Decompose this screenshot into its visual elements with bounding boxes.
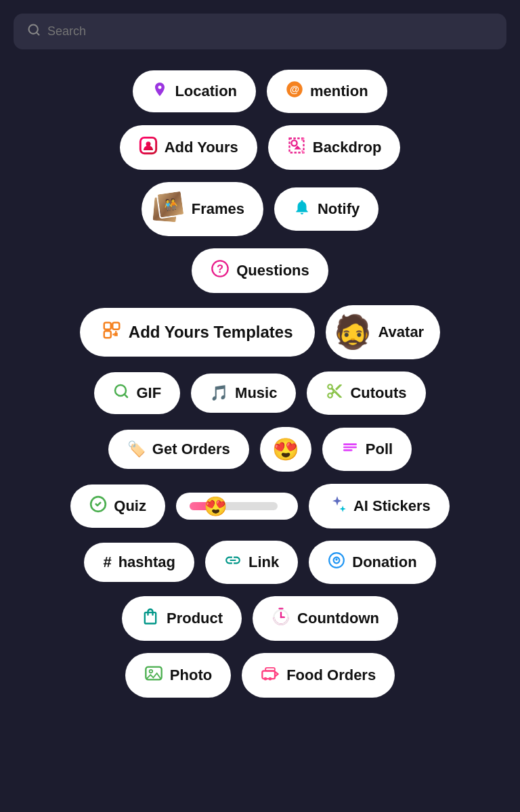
quiz-icon	[89, 495, 107, 517]
product-sticker[interactable]: Product	[122, 596, 242, 641]
ai-stickers-label: AI Stickers	[353, 497, 431, 515]
svg-point-6	[291, 140, 297, 145]
frames-label: Frames	[192, 200, 244, 218]
food-orders-sticker[interactable]: Food Orders	[242, 653, 395, 698]
link-label: Link	[248, 554, 279, 571]
row-8: Quiz 😍 AI Stickers	[14, 484, 506, 528]
location-label: Location	[175, 83, 237, 100]
row-4: ? Questions	[14, 248, 506, 293]
svg-rect-29	[262, 671, 275, 679]
row-2: Add Yours Backdrop	[14, 125, 506, 170]
gif-label: GIF	[136, 384, 161, 402]
ai-stickers-icon	[328, 495, 347, 518]
emoji-icon: 😍	[272, 436, 299, 462]
backdrop-label: Backdrop	[313, 139, 381, 156]
gif-sticker[interactable]: GIF	[94, 372, 180, 414]
backdrop-icon	[287, 136, 306, 159]
add-yours-icon	[139, 136, 158, 159]
music-label: Music	[235, 384, 277, 402]
get-orders-icon: 🏷️	[127, 441, 146, 458]
svg-text:@: @	[290, 84, 299, 95]
svg-point-30	[264, 677, 267, 681]
mention-sticker[interactable]: @ mention	[267, 70, 387, 113]
hashtag-sticker[interactable]: # hashtag	[84, 543, 194, 582]
photo-label: Photo	[170, 667, 212, 684]
mention-label: mention	[310, 83, 368, 100]
frames-sticker[interactable]: 🌄 🧑‍🤝‍🧑 Frames	[142, 182, 263, 236]
quiz-label: Quiz	[114, 497, 146, 515]
svg-rect-9	[104, 323, 111, 330]
emoji-sticker[interactable]: 😍	[260, 427, 311, 472]
svg-line-1	[37, 32, 39, 35]
notify-label: Notify	[318, 200, 360, 218]
questions-label: Questions	[236, 262, 309, 279]
questions-sticker[interactable]: ? Questions	[192, 248, 328, 293]
cutouts-sticker[interactable]: Cutouts	[307, 371, 425, 415]
link-icon	[224, 551, 242, 573]
poll-sticker[interactable]: Poll	[322, 428, 412, 471]
row-5: Add Yours Templates 🧔 Avatar	[14, 305, 506, 359]
add-yours-templates-sticker[interactable]: Add Yours Templates	[80, 308, 315, 357]
hashtag-icon: #	[103, 554, 111, 571]
notify-icon	[293, 198, 311, 220]
hashtag-label: hashtag	[118, 554, 175, 571]
add-yours-templates-icon	[102, 320, 122, 344]
svg-point-28	[149, 670, 152, 673]
add-yours-templates-label: Add Yours Templates	[129, 323, 293, 342]
location-sticker[interactable]: Location	[133, 70, 256, 112]
ai-stickers-sticker[interactable]: AI Stickers	[309, 484, 450, 528]
photo-sticker[interactable]: Photo	[125, 653, 231, 698]
food-orders-icon	[261, 664, 280, 687]
avatar-sticker[interactable]: 🧔 Avatar	[326, 305, 441, 359]
quiz-sticker[interactable]: Quiz	[70, 484, 165, 528]
svg-rect-32	[265, 668, 275, 671]
slider-sticker[interactable]: 😍	[176, 493, 298, 520]
search-bar[interactable]	[14, 14, 506, 49]
avatar-icon: 🧔	[331, 311, 374, 354]
questions-icon: ?	[211, 259, 230, 282]
row-11: Photo Food Orders	[14, 653, 506, 698]
search-icon	[27, 23, 41, 40]
add-yours-label: Add Yours	[165, 139, 238, 156]
avatar-label: Avatar	[378, 323, 425, 341]
add-yours-sticker[interactable]: Add Yours	[120, 125, 257, 170]
product-icon	[141, 607, 160, 630]
product-label: Product	[167, 610, 223, 627]
row-10: Product Countdown	[14, 596, 506, 641]
slider-track: 😍	[190, 502, 278, 510]
notify-sticker[interactable]: Notify	[274, 187, 378, 231]
donation-icon	[328, 551, 345, 573]
donation-sticker[interactable]: Donation	[309, 541, 435, 584]
get-orders-label: Get Orders	[152, 441, 230, 458]
photo-icon	[144, 664, 163, 687]
food-orders-label: Food Orders	[286, 667, 376, 684]
svg-rect-10	[112, 323, 119, 330]
row-9: # hashtag Link Donation	[14, 541, 506, 584]
row-3: 🌄 🧑‍🤝‍🧑 Frames Notify	[14, 182, 506, 236]
sticker-grid: Location @ mention Add Yours Backdrop	[14, 70, 506, 698]
countdown-icon	[272, 607, 290, 630]
donation-label: Donation	[352, 554, 416, 571]
row-7: 🏷️ Get Orders 😍 Poll	[14, 427, 506, 472]
get-orders-sticker[interactable]: 🏷️ Get Orders	[108, 430, 249, 469]
link-sticker[interactable]: Link	[205, 541, 298, 584]
svg-point-31	[269, 677, 272, 681]
row-1: Location @ mention	[14, 70, 506, 113]
svg-rect-11	[104, 331, 111, 338]
poll-icon	[341, 438, 359, 460]
row-6: GIF 🎵 Music Cutouts	[14, 371, 506, 415]
svg-line-16	[125, 394, 127, 397]
countdown-label: Countdown	[297, 610, 379, 627]
cutouts-icon	[326, 382, 343, 404]
cutouts-label: Cutouts	[350, 384, 406, 402]
svg-text:?: ?	[217, 263, 223, 275]
mention-icon: @	[286, 81, 303, 102]
search-input[interactable]	[47, 24, 493, 39]
countdown-sticker[interactable]: Countdown	[253, 596, 398, 641]
backdrop-sticker[interactable]: Backdrop	[268, 125, 400, 170]
gif-icon	[113, 383, 129, 403]
poll-label: Poll	[366, 441, 393, 458]
location-icon	[152, 81, 168, 102]
music-sticker[interactable]: 🎵 Music	[191, 374, 296, 413]
music-icon: 🎵	[210, 384, 228, 402]
